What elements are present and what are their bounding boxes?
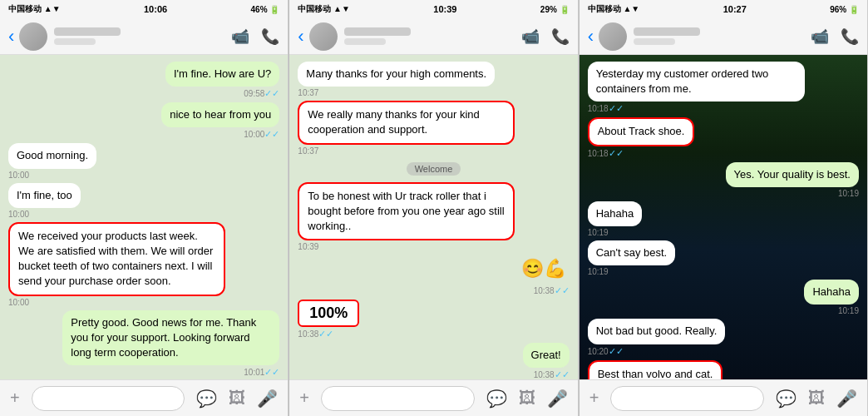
- contact-name: [344, 27, 521, 45]
- nav-bar: ‹ 📹 📞: [579, 18, 867, 55]
- chat-icon[interactable]: 💬: [776, 389, 796, 409]
- message-time: 10:38 ✓✓: [534, 285, 570, 296]
- message-time: 10:39: [298, 242, 318, 251]
- gallery-icon[interactable]: 🖼: [519, 389, 535, 408]
- status-bar: 中国移动 ▲▼ 10:27 96% 🔋: [579, 0, 867, 18]
- plus-button[interactable]: +: [299, 389, 309, 408]
- chat-area: Many thanks for your high comments.10:37…: [289, 55, 577, 379]
- contact-name: [54, 27, 231, 45]
- message-time: 10:18 ✓✓: [588, 148, 624, 159]
- message-time: 09:58 ✓✓: [244, 88, 279, 99]
- nav-icons: 📹 📞: [231, 27, 279, 46]
- list-item: Best than volvo and cat.10:20: [588, 360, 723, 380]
- message-time: 10:00: [8, 171, 29, 180]
- message-bubble: Best than volvo and cat.: [588, 360, 723, 380]
- message-bubble: I'm fine, too: [8, 183, 81, 208]
- message-bubble: We really many thanks for your kind coop…: [298, 101, 515, 144]
- video-icon[interactable]: 📹: [231, 27, 249, 46]
- back-button[interactable]: ‹: [588, 26, 594, 47]
- bottom-bar: + 💬 🖼 🎤: [0, 379, 288, 416]
- back-button[interactable]: ‹: [8, 26, 14, 47]
- message-time: 10:38 ✓✓: [298, 329, 333, 339]
- nav-bar: ‹ 📹 📞: [289, 18, 577, 55]
- plus-button[interactable]: +: [10, 389, 20, 408]
- plus-button[interactable]: +: [589, 389, 599, 408]
- list-item: Yes. Your quality is best.10:19: [726, 162, 859, 198]
- message-bubble: Can't say best.: [588, 240, 676, 265]
- list-item: Pretty good. Good news for me. Thank you…: [62, 310, 279, 379]
- status-carrier: 中国移动 ▲▼: [588, 3, 640, 15]
- message-time: 10:37: [298, 88, 318, 97]
- list-item: 😊💪10:38 ✓✓: [518, 255, 570, 296]
- message-time: 10:19: [838, 189, 859, 198]
- list-item: Great!10:38 ✓✓: [523, 343, 570, 379]
- chat-icon[interactable]: 💬: [196, 389, 217, 409]
- message-bubble: We received your products last week. We …: [8, 222, 225, 296]
- video-icon[interactable]: 📹: [811, 27, 829, 46]
- message-bubble: Hahaha: [804, 280, 859, 305]
- mic-icon[interactable]: 🎤: [257, 389, 278, 409]
- message-time: 10:19: [838, 306, 859, 315]
- message-bubble: About Track shoe.: [588, 117, 695, 146]
- mic-icon[interactable]: 🎤: [547, 389, 568, 409]
- percentage-bubble: 100%: [298, 300, 359, 327]
- bottom-bar: + 💬 🖼 🎤: [579, 379, 867, 416]
- status-bar: 中国移动 ▲▼ 10:06 46% 🔋: [0, 0, 288, 18]
- phone-icon[interactable]: 📞: [261, 27, 279, 46]
- video-icon[interactable]: 📹: [521, 27, 540, 46]
- list-item: I'm fine. How are U?09:58 ✓✓: [165, 62, 279, 99]
- message-input[interactable]: [610, 386, 764, 411]
- phone-phone1: 中国移动 ▲▼ 10:06 46% 🔋 ‹ 📹 📞 I'm fine. How …: [0, 0, 289, 416]
- list-item: Many thanks for your high comments.10:37: [298, 62, 495, 97]
- message-bubble: 100%10:38 ✓✓: [298, 300, 359, 339]
- phone-phone3: 中国移动 ▲▼ 10:27 96% 🔋 ‹ 📹 📞 Yesterday my c…: [579, 0, 868, 416]
- mic-icon[interactable]: 🎤: [836, 389, 857, 409]
- message-bubble: Yesterday my customer ordered two contai…: [588, 62, 805, 102]
- message-time: 10:20 ✓✓: [588, 346, 624, 357]
- message-bubble: Not bad but good. Really.: [588, 319, 726, 344]
- gallery-icon[interactable]: 🖼: [229, 389, 245, 408]
- chat-icon[interactable]: 💬: [486, 389, 507, 409]
- message-time: 10:01 ✓✓: [244, 367, 279, 378]
- message-input[interactable]: [32, 386, 185, 411]
- status-battery: 96% 🔋: [830, 5, 859, 14]
- message-time: 10:19: [588, 228, 609, 237]
- center-label: Welcome: [407, 162, 461, 176]
- nav-icons: 📹 📞: [521, 27, 570, 46]
- message-bubble: Many thanks for your high comments.: [298, 62, 495, 87]
- nav-bar: ‹ 📹 📞: [0, 18, 288, 55]
- gallery-icon[interactable]: 🖼: [808, 389, 825, 408]
- phone-phone2: 中国移动 ▲▼ 10:39 29% 🔋 ‹ 📹 📞 Many thanks fo…: [289, 0, 578, 416]
- chat-area: Yesterday my customer ordered two contai…: [579, 55, 867, 379]
- list-item: Hahaha10:19: [804, 280, 859, 315]
- phone-icon[interactable]: 📞: [551, 27, 570, 46]
- message-time: 10:00 ✓✓: [244, 129, 279, 140]
- contact-name: [634, 27, 811, 45]
- message-time: 10:38 ✓✓: [534, 369, 570, 379]
- status-carrier: 中国移动 ▲▼: [8, 3, 61, 15]
- contact-avatar: [599, 22, 627, 51]
- back-button[interactable]: ‹: [298, 26, 303, 47]
- list-item: About Track shoe.10:18 ✓✓: [588, 117, 695, 158]
- list-item: Hahaha10:19: [588, 201, 643, 237]
- contact-avatar: [19, 22, 47, 51]
- status-carrier: 中国移动 ▲▼: [298, 3, 350, 15]
- message-time: 10:19: [588, 267, 609, 276]
- message-time: 10:00: [8, 210, 29, 219]
- message-time: 10:00: [8, 298, 29, 307]
- list-item: nice to hear from you10:00 ✓✓: [161, 102, 279, 140]
- message-bubble: Great!: [523, 343, 570, 368]
- message-input[interactable]: [321, 386, 475, 411]
- message-bubble: 😊💪: [518, 255, 570, 284]
- status-time: 10:39: [433, 4, 456, 14]
- phone-icon[interactable]: 📞: [841, 27, 859, 46]
- list-item: We really many thanks for your kind coop…: [298, 101, 515, 155]
- list-item: Good morning.10:00: [8, 143, 96, 179]
- message-bubble: To be honest with Ur track roller that i…: [298, 182, 515, 241]
- list-item: We received your products last week. We …: [8, 222, 225, 307]
- contact-avatar: [309, 22, 338, 51]
- message-bubble: Pretty good. Good news for me. Thank you…: [62, 310, 279, 366]
- list-item: Not bad but good. Really.10:20 ✓✓: [588, 319, 726, 356]
- list-item: I'm fine, too10:00: [8, 183, 81, 219]
- message-bubble: Yes. Your quality is best.: [726, 162, 859, 187]
